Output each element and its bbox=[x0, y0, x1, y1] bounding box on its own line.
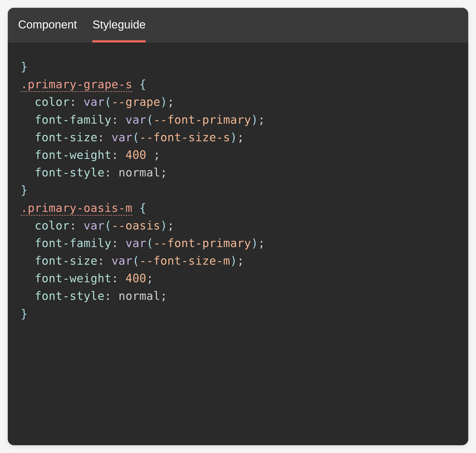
paren: ( bbox=[105, 219, 111, 232]
trailing-space bbox=[146, 148, 153, 161]
css-property: font-weight bbox=[35, 272, 111, 285]
css-func: var bbox=[84, 219, 105, 232]
paren: ( bbox=[132, 254, 139, 267]
colon: : bbox=[105, 166, 111, 179]
css-func: var bbox=[125, 113, 146, 126]
css-property: color bbox=[35, 95, 70, 108]
tab-component[interactable]: Component bbox=[18, 8, 77, 42]
colon: : bbox=[111, 148, 118, 161]
css-property: font-family bbox=[35, 113, 111, 126]
brace-open: { bbox=[132, 201, 146, 214]
paren: ( bbox=[146, 113, 153, 126]
paren: ) bbox=[160, 219, 167, 232]
css-var: --oasis bbox=[111, 219, 160, 232]
semicolon: ; bbox=[237, 131, 244, 144]
colon: : bbox=[98, 254, 105, 267]
css-property: font-style bbox=[35, 289, 105, 302]
tab-bar: Component Styleguide bbox=[8, 8, 468, 42]
brace-close: } bbox=[21, 307, 28, 320]
paren: ) bbox=[230, 254, 237, 267]
brace-close: } bbox=[21, 60, 28, 73]
colon: : bbox=[111, 236, 118, 250]
editor-panel: Component Styleguide } .primary-grape-s … bbox=[8, 8, 468, 445]
semicolon: ; bbox=[160, 289, 167, 302]
css-property: font-weight bbox=[35, 148, 111, 161]
css-number: 400 bbox=[125, 148, 146, 161]
css-var: --font-size-m bbox=[139, 254, 230, 267]
css-func: var bbox=[125, 236, 146, 250]
semicolon: ; bbox=[258, 113, 265, 126]
css-number: 400 bbox=[125, 272, 146, 285]
paren: ( bbox=[105, 95, 111, 108]
css-value: normal bbox=[118, 289, 160, 302]
brace-open: { bbox=[132, 78, 146, 91]
colon: : bbox=[111, 272, 118, 285]
css-property: font-style bbox=[35, 166, 105, 179]
paren: ) bbox=[230, 131, 237, 144]
paren: ) bbox=[251, 113, 258, 126]
colon: : bbox=[70, 219, 77, 232]
css-selector: .primary-oasis-m bbox=[21, 201, 132, 216]
colon: : bbox=[105, 289, 111, 302]
css-var: --font-primary bbox=[153, 236, 251, 250]
semicolon: ; bbox=[167, 95, 174, 108]
css-var: --grape bbox=[111, 95, 160, 108]
paren: ) bbox=[160, 95, 167, 108]
css-property: color bbox=[35, 219, 70, 232]
semicolon: ; bbox=[237, 254, 244, 267]
css-selector: .primary-grape-s bbox=[21, 78, 132, 92]
semicolon: ; bbox=[153, 148, 160, 161]
colon: : bbox=[70, 95, 77, 108]
css-func: var bbox=[111, 254, 132, 267]
paren: ) bbox=[251, 236, 258, 250]
paren: ( bbox=[146, 236, 153, 250]
css-func: var bbox=[84, 95, 105, 108]
semicolon: ; bbox=[146, 272, 153, 285]
css-var: --font-size-s bbox=[139, 131, 230, 144]
css-value: normal bbox=[118, 166, 160, 179]
brace-close: } bbox=[21, 183, 28, 197]
css-property: font-size bbox=[35, 131, 98, 144]
css-property: font-family bbox=[35, 236, 111, 250]
code-editor[interactable]: } .primary-grape-s { color: var(--grape)… bbox=[8, 42, 468, 338]
css-func: var bbox=[111, 131, 132, 144]
semicolon: ; bbox=[167, 219, 174, 232]
paren: ( bbox=[132, 131, 139, 144]
semicolon: ; bbox=[160, 166, 167, 179]
css-var: --font-primary bbox=[153, 113, 251, 126]
css-property: font-size bbox=[35, 254, 98, 267]
colon: : bbox=[111, 113, 118, 126]
tab-styleguide[interactable]: Styleguide bbox=[92, 8, 145, 42]
semicolon: ; bbox=[258, 236, 265, 250]
colon: : bbox=[98, 131, 105, 144]
